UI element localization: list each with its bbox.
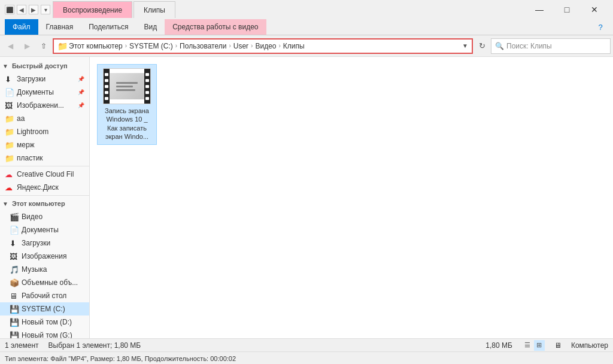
chevron-3: › bbox=[251, 43, 253, 49]
ribbon: Файл Главная Поделиться Вид Средства раб… bbox=[0, 19, 613, 35]
minimize-button[interactable]: — bbox=[526, 0, 553, 19]
sidebar-label: Рабочий стол bbox=[22, 292, 66, 300]
sidebar-label: аа bbox=[17, 114, 25, 123]
film-strip-left bbox=[104, 69, 110, 104]
info-text: Тип элемента: Файл "MP4", Размер: 1,80 М… bbox=[5, 355, 236, 362]
title-bar: ⬛ ◀ ▶ ▾ Воспроизведение Клипы — □ ✕ bbox=[0, 0, 613, 19]
this-pc-label: Этот компьютер bbox=[12, 200, 65, 207]
back-icon[interactable]: ◀ bbox=[17, 5, 26, 14]
tab-vosproisvedenie[interactable]: Воспроизведение bbox=[53, 1, 132, 18]
status-selected: Выбран 1 элемент; 1,80 МБ bbox=[48, 341, 141, 350]
sidebar-item-drive-d[interactable]: 💾 Новый том (D:) bbox=[0, 316, 89, 329]
ribbon-tab-home[interactable]: Главная bbox=[38, 19, 81, 35]
drive-g-icon: 💾 bbox=[10, 331, 19, 339]
path-part-1[interactable]: SYSTEM (C:) bbox=[129, 42, 173, 50]
sidebar-item-images2[interactable]: 🖼 Изображения bbox=[0, 250, 89, 263]
sidebar-item-downloads2[interactable]: ⬇ Загрузки bbox=[0, 236, 89, 250]
ribbon-tab-share[interactable]: Поделиться bbox=[81, 19, 136, 35]
list-view-button[interactable]: ☰ bbox=[522, 340, 533, 351]
view-icons: ☰ ⊞ bbox=[522, 340, 545, 351]
quick-access-icon[interactable]: ⬛ bbox=[5, 5, 14, 14]
sidebar-item-video[interactable]: 🎬 Видео bbox=[0, 210, 89, 223]
grid-view-button[interactable]: ⊞ bbox=[534, 340, 545, 351]
sidebar-label: Видео bbox=[22, 213, 43, 221]
nav-back-button[interactable]: ◀ bbox=[2, 38, 18, 54]
sidebar-label: SYSTEM (C:) bbox=[22, 305, 65, 313]
sidebar-label: Lightroom bbox=[17, 128, 48, 136]
pin-icon: 📌 bbox=[78, 76, 84, 82]
sidebar-item-docs[interactable]: 📄 Документы bbox=[0, 223, 89, 236]
downloads-icon: ⬇ bbox=[5, 75, 14, 84]
search-placeholder: Поиск: Клипы bbox=[506, 42, 552, 50]
maximize-button[interactable]: □ bbox=[553, 0, 581, 19]
path-part-2[interactable]: Пользователи bbox=[180, 42, 226, 50]
sidebar-item-desktop[interactable]: 🖥 Рабочий стол bbox=[0, 289, 89, 302]
path-part-4[interactable]: Видео bbox=[255, 42, 276, 50]
nav-forward-button[interactable]: ▶ bbox=[19, 38, 35, 54]
downloads-icon2: ⬇ bbox=[10, 239, 19, 248]
close-button[interactable]: ✕ bbox=[581, 0, 608, 19]
sidebar-item-merzh[interactable]: 📁 мерж bbox=[0, 138, 89, 151]
refresh-button[interactable]: ↻ bbox=[474, 38, 490, 54]
sidebar-item-lightroom[interactable]: 📁 Lightroom bbox=[0, 125, 89, 138]
sidebar-section-this-pc: ▼ Этот компьютер bbox=[0, 197, 89, 210]
docs-icon: 📄 bbox=[10, 226, 19, 235]
sidebar-label: Загрузки bbox=[22, 239, 50, 247]
ribbon-tab-file[interactable]: Файл bbox=[5, 19, 38, 35]
sidebar-item-drive-g[interactable]: 💾 Новый том (G:) bbox=[0, 329, 89, 338]
sidebar-item-aa[interactable]: 📁 аа bbox=[0, 112, 89, 125]
status-size: 1,80 МБ bbox=[485, 341, 512, 350]
music-icon: 🎵 bbox=[10, 265, 19, 274]
nav-up-button[interactable]: ⇧ bbox=[36, 38, 51, 54]
pin-icon: 📌 bbox=[78, 89, 84, 95]
sidebar-label: Загрузки bbox=[17, 75, 45, 83]
sidebar-label: Яндекс.Диск bbox=[17, 183, 59, 192]
path-part-0[interactable]: Этот компьютер bbox=[69, 42, 123, 50]
sidebar-item-documents[interactable]: 📄 Документы 📌 bbox=[0, 86, 89, 99]
sidebar-item-3d[interactable]: 📦 Объемные объ... bbox=[0, 276, 89, 289]
forward-icon[interactable]: ▶ bbox=[29, 5, 38, 14]
video-icon: 🎬 bbox=[10, 213, 19, 222]
images-icon: 🖼 bbox=[5, 101, 14, 110]
sidebar-item-system-c[interactable]: 💾 SYSTEM (C:) bbox=[0, 302, 89, 316]
file-item-video[interactable]: Запись экрана Windows 10 _ Как записать … bbox=[97, 64, 157, 145]
title-bar-icons: ⬛ ◀ ▶ ▾ bbox=[5, 5, 50, 14]
sidebar-item-music[interactable]: 🎵 Музыка bbox=[0, 263, 89, 276]
up-icon[interactable]: ▾ bbox=[41, 5, 50, 14]
sidebar-label: Музыка bbox=[22, 265, 47, 274]
sidebar-item-images[interactable]: 🖼 Изображени... 📌 bbox=[0, 99, 89, 112]
thumb-lines bbox=[111, 77, 142, 96]
chevron-2: › bbox=[229, 43, 230, 49]
folder-icon: 📁 bbox=[5, 154, 14, 163]
images-icon2: 🖼 bbox=[10, 252, 19, 261]
sidebar-item-plastik[interactable]: 📁 пластик bbox=[0, 151, 89, 165]
sidebar-item-creative-cloud[interactable]: ☁ Creative Cloud Fil bbox=[0, 168, 89, 181]
pin-icon: 📌 bbox=[78, 102, 84, 108]
sidebar-label: Изображения bbox=[22, 252, 66, 260]
path-part-3[interactable]: User bbox=[233, 42, 248, 50]
path-part-5[interactable]: Клипы bbox=[283, 42, 305, 50]
sidebar-item-downloads[interactable]: ⬇ Загрузки 📌 bbox=[0, 72, 89, 86]
search-box[interactable]: 🔍 Поиск: Клипы bbox=[491, 38, 611, 54]
status-computer: 🖥 bbox=[554, 341, 562, 350]
ribbon-tabs: Файл Главная Поделиться Вид Средства раб… bbox=[0, 19, 613, 35]
chevron-4: › bbox=[279, 43, 281, 49]
chevron-0: › bbox=[125, 43, 127, 49]
yandex-disk-icon: ☁ bbox=[5, 183, 14, 192]
status-count: 1 элемент bbox=[5, 341, 39, 350]
sidebar-item-yandex-disk[interactable]: ☁ Яндекс.Диск bbox=[0, 181, 89, 194]
address-folder-icon: 📁 bbox=[57, 41, 68, 51]
ribbon-tab-media[interactable]: Средства работы с видео bbox=[165, 19, 266, 35]
drive-icon: 💾 bbox=[10, 305, 19, 314]
search-icon: 🔍 bbox=[495, 42, 504, 50]
content-area: Запись экрана Windows 10 _ Как записать … bbox=[90, 57, 613, 338]
drive-d-icon: 💾 bbox=[10, 318, 19, 327]
address-box[interactable]: 📁 Этот компьютер › SYSTEM (C:) › Пользов… bbox=[53, 38, 473, 54]
help-button[interactable]: ? bbox=[593, 19, 608, 35]
sidebar-section-quick-access: ▼ Быстрый доступ bbox=[0, 59, 89, 72]
main-layout: ▼ Быстрый доступ ⬇ Загрузки 📌 📄 Документ… bbox=[0, 57, 613, 338]
ribbon-tab-view[interactable]: Вид bbox=[136, 19, 165, 35]
sidebar: ▼ Быстрый доступ ⬇ Загрузки 📌 📄 Документ… bbox=[0, 57, 90, 338]
tab-klipy[interactable]: Клипы bbox=[133, 1, 175, 18]
address-dropdown-icon[interactable]: ▼ bbox=[462, 43, 468, 49]
